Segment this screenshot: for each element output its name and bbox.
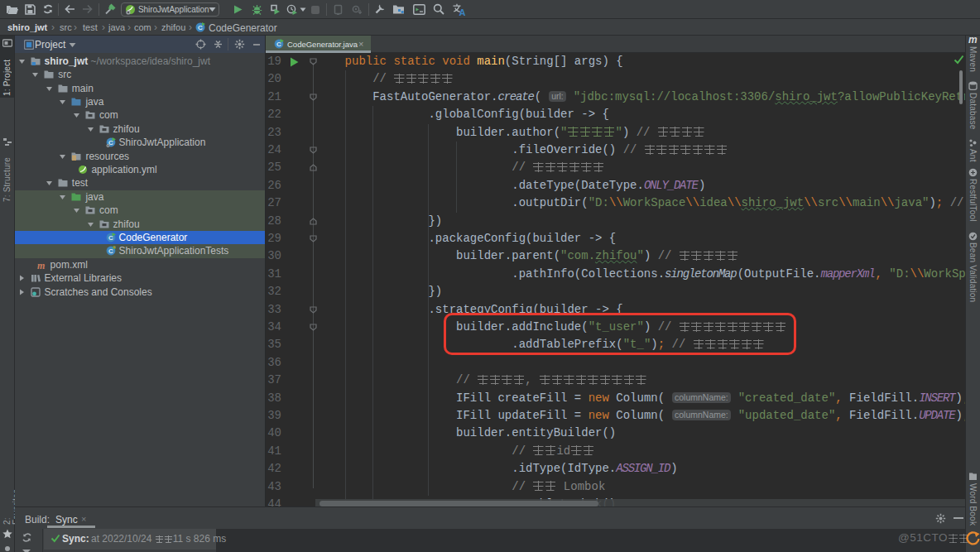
svg-text:m: m: [37, 260, 45, 270]
svg-text:A: A: [459, 7, 466, 17]
svg-text:C: C: [108, 247, 113, 255]
